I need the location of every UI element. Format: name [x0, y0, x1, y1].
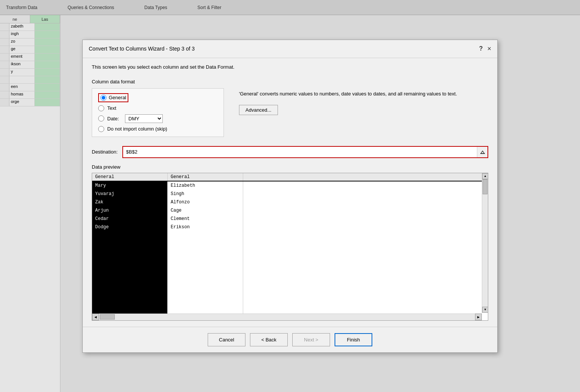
radio-group: General Text Date:	[92, 88, 224, 137]
back-button[interactable]: < Back	[250, 333, 288, 346]
list-item: Arjun	[92, 206, 167, 215]
destination-input[interactable]	[123, 148, 477, 156]
data-preview-label: Data preview	[92, 164, 488, 170]
preview-header-col1: General	[92, 173, 168, 181]
list-item: Clement	[168, 215, 243, 223]
list-item: Mary	[92, 181, 167, 190]
preview-horizontal-scrollbar[interactable]: ◀ ▶	[92, 314, 482, 320]
list-item: Alfonzo	[168, 198, 243, 206]
destination-input-wrapper	[122, 146, 488, 158]
help-button[interactable]: ?	[479, 45, 483, 52]
modal-overlay: Convert Text to Columns Wizard - Step 3 …	[0, 0, 580, 392]
list-item: Erikson	[168, 223, 243, 231]
scroll-down-button[interactable]: ▼	[482, 307, 488, 313]
dialog-content: This screen lets you select each column …	[83, 58, 497, 327]
radio-general-row: General	[98, 93, 218, 102]
format-section-label: Column data format	[92, 79, 224, 85]
scroll-thumb-horizontal[interactable]	[100, 314, 115, 320]
scroll-thumb-vertical[interactable]	[483, 179, 487, 194]
list-item: Dodge	[92, 223, 167, 231]
preview-header-row: General General	[92, 173, 488, 181]
list-item: Yuvaraj	[92, 190, 167, 198]
dialog-title: Convert Text to Columns Wizard - Step 3 …	[89, 46, 195, 52]
scroll-up-button[interactable]: ▲	[482, 173, 488, 179]
close-button[interactable]: ×	[487, 45, 491, 52]
list-item: Cedar	[92, 215, 167, 223]
dialog-footer: Cancel < Back Next > Finish	[83, 327, 497, 352]
collapse-icon	[480, 150, 485, 154]
scroll-track-vertical	[482, 194, 488, 307]
scroll-right-button[interactable]: ▶	[475, 314, 482, 320]
destination-row: Destination:	[92, 146, 488, 158]
dialog-container: Convert Text to Columns Wizard - Step 3 …	[82, 40, 498, 353]
preview-vertical-scrollbar[interactable]: ▲ ▼	[482, 173, 488, 313]
date-format-select[interactable]: DMY MDY YMD DYM MYD YDM	[125, 114, 163, 123]
radio-text-row: Text	[98, 105, 218, 111]
radio-skip-row: Do not import column (skip)	[98, 126, 218, 132]
scroll-left-button[interactable]: ◀	[92, 314, 99, 320]
dialog-description: This screen lets you select each column …	[92, 64, 488, 70]
destination-label: Destination:	[92, 149, 118, 155]
radio-date[interactable]	[98, 115, 104, 121]
radio-general-selected-box: General	[98, 93, 128, 102]
format-options: Column data format General Tex	[92, 79, 224, 137]
preview-col1[interactable]: Mary Yuvaraj Zak Arjun Cedar Dodge	[92, 181, 168, 320]
radio-skip-label[interactable]: Do not import column (skip)	[107, 126, 167, 132]
list-item: Singh	[168, 190, 243, 198]
svg-rect-0	[480, 153, 485, 154]
format-section: Column data format General Tex	[92, 79, 488, 137]
data-preview-container: General General Mary Yuvaraj Zak Arjun C…	[92, 173, 488, 321]
list-item: Cage	[168, 206, 243, 215]
preview-body: Mary Yuvaraj Zak Arjun Cedar Dodge Eliza…	[92, 181, 488, 320]
list-item: Elizabeth	[168, 181, 243, 190]
radio-text-label[interactable]: Text	[107, 105, 116, 111]
radio-general[interactable]	[100, 95, 106, 101]
dialog-titlebar: Convert Text to Columns Wizard - Step 3 …	[83, 40, 497, 58]
advanced-button[interactable]: Advanced...	[239, 105, 278, 115]
format-description-text: 'General' converts numeric values to num…	[239, 90, 488, 98]
radio-general-label[interactable]: General	[109, 95, 126, 100]
titlebar-controls: ? ×	[479, 45, 491, 52]
list-item: Zak	[92, 198, 167, 206]
preview-header-col2: General	[168, 173, 243, 181]
radio-date-label[interactable]: Date:	[107, 116, 119, 121]
format-description-area: 'General' converts numeric values to num…	[239, 79, 488, 115]
radio-skip[interactable]	[98, 126, 104, 132]
destination-collapse-button[interactable]	[477, 147, 487, 157]
next-button[interactable]: Next >	[292, 333, 330, 346]
finish-button[interactable]: Finish	[335, 333, 372, 346]
cancel-button[interactable]: Cancel	[208, 333, 245, 346]
preview-col2[interactable]: Elizabeth Singh Alfonzo Cage Clement Eri…	[168, 181, 243, 320]
radio-text[interactable]	[98, 105, 104, 111]
data-preview-section: Data preview General General Mary Yuvara…	[92, 164, 488, 321]
radio-date-row: Date: DMY MDY YMD DYM MYD YDM	[98, 114, 218, 123]
